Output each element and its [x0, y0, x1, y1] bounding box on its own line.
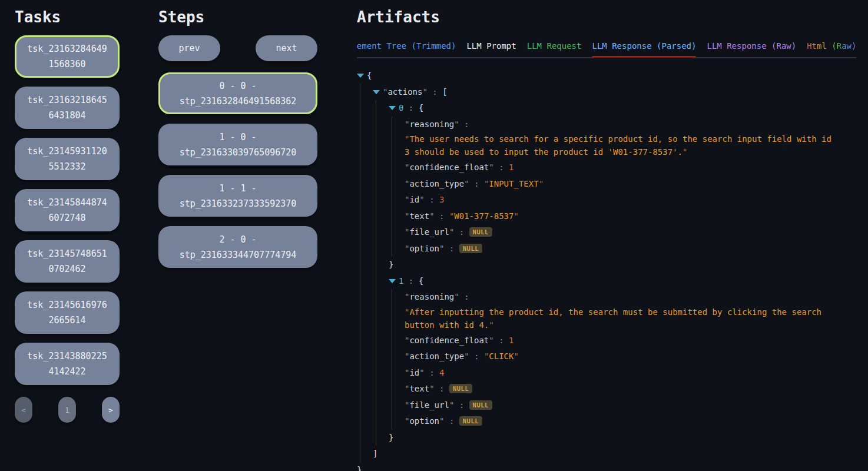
- json-children: 0 : {"reasoning" : "The user needs to se…: [376, 100, 856, 446]
- task-button[interactable]: tsk_231632186456431804: [15, 87, 120, 129]
- task-button[interactable]: tsk_231457486510702462: [15, 240, 120, 283]
- json-line: "option" : NULL: [405, 241, 856, 257]
- steps-panel: Steps prev next 0 - 0 - stp_231632846491…: [158, 0, 357, 471]
- artifacts-panel: Artifacts Element Tree (Trimmed)LLM Prom…: [357, 0, 868, 471]
- steps-title: Steps: [158, 8, 357, 26]
- null-badge: NULL: [459, 416, 482, 426]
- json-line: "id" : 4: [405, 365, 856, 382]
- tasks-list: tsk_231632846491568360tsk_23163218645643…: [15, 35, 158, 385]
- null-badge: NULL: [469, 400, 492, 410]
- json-children: "reasoning" : "After inputting the produ…: [392, 289, 856, 430]
- step-button[interactable]: 1 - 1 - stp_231633237333592370: [158, 175, 317, 217]
- tab-llm-request[interactable]: LLM Request: [527, 40, 582, 57]
- task-button[interactable]: tsk_231459311205512332: [15, 138, 120, 180]
- artifacts-title: Artifacts: [357, 8, 856, 26]
- json-string-value: "After inputting the product id, the sea…: [405, 306, 834, 331]
- collapse-toggle-icon[interactable]: [389, 279, 396, 283]
- pagination-prev-button[interactable]: <: [15, 397, 32, 423]
- collapse-toggle-icon[interactable]: [373, 90, 380, 94]
- step-button[interactable]: 2 - 0 - stp_231633344707774794: [158, 226, 317, 268]
- json-line: "option" : NULL: [405, 413, 856, 430]
- json-line: "action_type" : "CLICK": [405, 349, 856, 365]
- task-button[interactable]: tsk_231438802254142422: [15, 343, 120, 385]
- pagination-page-1-button[interactable]: 1: [58, 397, 76, 423]
- next-step-button[interactable]: next: [256, 35, 317, 61]
- pagination-next-button[interactable]: >: [102, 397, 120, 423]
- prev-step-button[interactable]: prev: [158, 35, 220, 61]
- tasks-pagination: < 1 >: [15, 397, 120, 423]
- null-badge: NULL: [469, 227, 492, 237]
- json-line: "action_type" : "INPUT_TEXT": [405, 176, 856, 193]
- steps-nav: prev next: [158, 35, 317, 61]
- tasks-panel: Tasks tsk_231632846491568360tsk_23163218…: [0, 0, 158, 471]
- json-line: "text" : "W01-377-8537": [405, 208, 856, 225]
- json-line: "text" : NULL: [405, 381, 856, 397]
- steps-list: 0 - 0 - stp_2316328464915683621 - 0 - st…: [158, 72, 357, 268]
- step-button[interactable]: 0 - 0 - stp_231632846491568362: [158, 72, 317, 114]
- json-line: "file_url" : NULL: [405, 224, 856, 241]
- collapse-toggle-icon[interactable]: [357, 74, 364, 78]
- json-children: "reasoning" : "The user needs to search …: [392, 117, 856, 257]
- step-button[interactable]: 1 - 0 - stp_231633039765096720: [158, 124, 317, 165]
- app-root: Tasks tsk_231632846491568360tsk_23163218…: [0, 0, 868, 471]
- artifacts-tab-bar: Element Tree (Trimmed)LLM PromptLLM Requ…: [357, 40, 856, 58]
- json-line: "confidence_float" : 1: [405, 333, 856, 349]
- task-button[interactable]: tsk_231632846491568360: [15, 35, 120, 78]
- json-children: "actions" : [0 : {"reasoning" : "The use…: [360, 84, 856, 462]
- json-line: "file_url" : NULL: [405, 397, 856, 414]
- null-badge: NULL: [449, 384, 472, 393]
- tab-html-raw[interactable]: Html (Raw): [807, 40, 856, 57]
- json-line: "reasoning" :: [405, 117, 856, 133]
- tab-element-tree-trimmed[interactable]: Element Tree (Trimmed): [357, 40, 456, 57]
- collapse-toggle-icon[interactable]: [389, 106, 396, 110]
- json-tree-viewer: {"actions" : [0 : {"reasoning" : "The us…: [357, 68, 856, 471]
- json-line: 0 : {: [389, 100, 856, 117]
- tasks-title: Tasks: [15, 8, 158, 26]
- tab-llm-response-parsed[interactable]: LLM Response (Parsed): [592, 40, 696, 57]
- tab-llm-response-raw[interactable]: LLM Response (Raw): [707, 40, 796, 57]
- json-line: "reasoning" :: [405, 289, 856, 306]
- json-line: "id" : 3: [405, 192, 856, 208]
- json-line: }: [357, 462, 856, 471]
- json-line: "confidence_float" : 1: [405, 160, 856, 176]
- json-string-value: "The user needs to search for a specific…: [405, 132, 834, 158]
- json-line: "actions" : [: [373, 84, 856, 101]
- task-button[interactable]: tsk_231456169762665614: [15, 291, 120, 334]
- null-badge: NULL: [459, 244, 482, 253]
- tab-llm-prompt[interactable]: LLM Prompt: [466, 40, 516, 57]
- json-line: ]: [373, 446, 856, 462]
- json-line: }: [389, 257, 856, 273]
- json-line: {: [357, 68, 856, 84]
- task-button[interactable]: tsk_231458448746072748: [15, 189, 120, 231]
- json-line: }: [389, 430, 856, 446]
- json-line: 1 : {: [389, 273, 856, 290]
